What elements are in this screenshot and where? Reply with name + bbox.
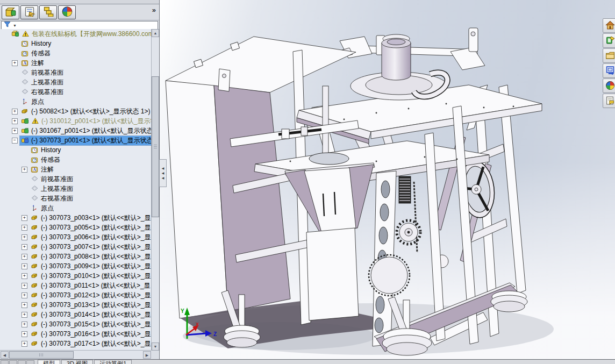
tree-row[interactable]: +(-) 307073_p014<1> (默认<<默认>_显 bbox=[0, 310, 152, 319]
tree-row[interactable]: 上视基准面 bbox=[0, 184, 152, 194]
taskpane-tab-view-palette[interactable] bbox=[603, 63, 615, 78]
document-tabs: 模型3D 视图运动算例1 bbox=[38, 360, 133, 364]
bottom-square-2[interactable] bbox=[9, 360, 17, 364]
panel-tab-configurationmanager[interactable] bbox=[39, 5, 57, 19]
taskpane-tab-appearances[interactable] bbox=[603, 78, 615, 93]
expand-icon[interactable]: + bbox=[22, 273, 27, 279]
tree-row[interactable]: +(-) 307073_p016<1> (默认<<默认>_显 bbox=[0, 329, 152, 339]
tree-item-label: (-) 307073_p012<1> (默认<<默认>_显 bbox=[41, 290, 151, 300]
expand-icon[interactable]: + bbox=[22, 292, 27, 298]
tree-vertical-scrollbar[interactable]: ▲ ▼ bbox=[151, 29, 159, 351]
tree-row[interactable]: +(-) 307073_p011<1> (默认<<默认>_显 bbox=[0, 281, 152, 290]
expand-icon[interactable]: + bbox=[22, 234, 27, 240]
panel-collapse-splitter[interactable]: ◀◀◀ bbox=[159, 159, 167, 187]
tree-row[interactable]: 包装在线贴标机【开拔网www.386600.com】 bbox=[0, 29, 152, 39]
scroll-up-arrow[interactable]: ▲ bbox=[152, 29, 159, 37]
tree-row[interactable]: 传感器 bbox=[0, 155, 152, 165]
tree-item-label: 原点 bbox=[41, 203, 54, 213]
graphics-area[interactable]: Y Z X bbox=[160, 0, 615, 359]
expand-icon[interactable]: + bbox=[22, 225, 27, 231]
expand-icon[interactable]: + bbox=[22, 331, 27, 337]
taskpane-tab-home[interactable] bbox=[603, 18, 615, 33]
expand-icon[interactable]: + bbox=[22, 312, 27, 318]
panel-tab-displaymanager[interactable] bbox=[58, 5, 76, 19]
document-tab[interactable]: 3D 视图 bbox=[61, 360, 93, 364]
tree-item-label: (-) 307073_p014<1> (默认<<默认>_显 bbox=[41, 310, 151, 319]
expand-icon[interactable]: + bbox=[22, 322, 27, 327]
tree-row[interactable]: History bbox=[0, 145, 152, 155]
expand-icon[interactable]: + bbox=[12, 128, 18, 134]
tree-row[interactable]: +(-) 50082<1> (默认<<默认>_显示状态 1>) bbox=[0, 106, 152, 116]
tree-item-label: (-) 301067_p001<1> (默认<默认_显示状态- bbox=[31, 126, 152, 135]
panel-overflow-button[interactable]: » bbox=[152, 6, 156, 14]
expand-icon[interactable]: + bbox=[12, 118, 18, 124]
taskpane-tab-file-explorer[interactable] bbox=[603, 48, 615, 63]
tree-item-label: (-) 307073_p009<1> (默认<<默认>_显 bbox=[41, 261, 151, 271]
tree-row[interactable]: +(-) 307073_p005<1> (默认<<默认>_显 bbox=[0, 223, 152, 232]
tree-row[interactable]: +(-) 307073_p009<1> (默认<<默认>_显 bbox=[0, 261, 152, 271]
scroll-right-arrow[interactable]: ▶ bbox=[143, 351, 151, 359]
tree-row[interactable]: +(-) 307073_p017<1> (默认<<默认>_显 bbox=[0, 339, 152, 348]
bottom-square-3[interactable] bbox=[18, 360, 26, 364]
tree-row[interactable]: +(-) 310012_p001<1> (默认<默认_显示状 bbox=[0, 116, 152, 126]
expand-icon[interactable]: + bbox=[12, 60, 18, 66]
sensor-icon bbox=[21, 49, 30, 57]
expand-icon[interactable]: + bbox=[12, 109, 18, 115]
vertical-scroll-thumb[interactable] bbox=[152, 76, 159, 217]
tree-row[interactable]: 原点 bbox=[0, 97, 152, 106]
tree-row[interactable]: +(-) 307073_p008<1> (默认<<默认>_显 bbox=[0, 252, 152, 261]
assembly-icon-yg bbox=[11, 30, 20, 38]
tree-row[interactable]: +(-) 307073_p015<1> (默认<<默认>_显 bbox=[0, 319, 152, 329]
bottom-square-4[interactable] bbox=[26, 360, 34, 364]
tree-row[interactable]: +(-) 301067_p001<1> (默认<默认_显示状态- bbox=[0, 126, 152, 135]
tree-row[interactable]: −(-) 307073_p001<1> (默认<默认_显示状态- bbox=[0, 135, 152, 145]
expand-icon[interactable]: + bbox=[22, 302, 27, 308]
design-library-icon bbox=[605, 35, 615, 46]
expand-icon[interactable]: + bbox=[22, 244, 27, 250]
tree-row[interactable]: 右视基准面 bbox=[0, 87, 152, 97]
solidworks-window: Y Z X » ▼ 包装在线贴标机【开拔网www.386600.com】Hist… bbox=[0, 0, 615, 364]
panel-tab-featuremanager[interactable] bbox=[2, 5, 19, 19]
tree-row[interactable]: 前视基准面 bbox=[0, 174, 152, 184]
tree-row[interactable]: History bbox=[0, 39, 152, 48]
taskpane-tab-custom-properties[interactable] bbox=[603, 94, 615, 108]
cad-model-3d[interactable]: Y Z X bbox=[160, 0, 615, 359]
expand-icon[interactable]: + bbox=[22, 283, 27, 289]
tree-row[interactable]: +(-) 307073_p010<1> (默认<<默认>_显 bbox=[0, 271, 152, 281]
tree-item-label: (-) 307073_p007<1> (默认<<默认>_显 bbox=[41, 242, 151, 252]
panel-tab-propertymanager[interactable] bbox=[20, 5, 38, 19]
document-tab[interactable]: 运动算例1 bbox=[94, 360, 132, 364]
tree-item-label: 前视基准面 bbox=[31, 68, 63, 77]
tree-row[interactable]: +(-) 307073_p003<1> (默认<<默认>_显 bbox=[0, 213, 152, 223]
tree-row[interactable]: 原点 bbox=[0, 203, 152, 213]
tree-row[interactable]: +(-) 307073_p013<1> (默认<<默认>_显 bbox=[0, 300, 152, 310]
tree-row[interactable]: +(-) 307073_p012<1> (默认<<默认>_显 bbox=[0, 290, 152, 300]
featuremanager-icon bbox=[5, 6, 17, 18]
tree-row[interactable]: 上视基准面 bbox=[0, 77, 152, 87]
collapse-icon[interactable]: − bbox=[12, 138, 18, 144]
expand-icon[interactable]: + bbox=[22, 254, 27, 260]
bottom-square-1[interactable] bbox=[1, 360, 9, 364]
tree-row[interactable]: 右视基准面 bbox=[0, 194, 152, 203]
taskpane-tab-design-library[interactable] bbox=[603, 33, 615, 48]
expand-icon[interactable]: + bbox=[22, 341, 27, 347]
filter-caret-icon[interactable]: ▼ bbox=[13, 24, 17, 27]
lower-plate[interactable] bbox=[306, 228, 359, 320]
tree-horizontal-scrollbar[interactable]: ◀ ▶ bbox=[0, 350, 152, 359]
tree-row[interactable]: +A注解 bbox=[0, 58, 152, 68]
tree-item-label: 传感器 bbox=[41, 155, 60, 165]
document-tab[interactable]: 模型 bbox=[38, 360, 60, 364]
expand-icon[interactable]: + bbox=[22, 215, 27, 221]
expand-icon[interactable]: + bbox=[22, 263, 27, 269]
scroll-left-arrow[interactable]: ◀ bbox=[1, 351, 9, 359]
tree-row[interactable]: +A注解 bbox=[0, 165, 152, 174]
tree-row[interactable]: 传感器 bbox=[0, 48, 152, 58]
scrollbar-corner bbox=[152, 351, 159, 359]
part-icon bbox=[31, 253, 39, 260]
tree-row[interactable]: +(-) 307073_p007<1> (默认<<默认>_显 bbox=[0, 242, 152, 252]
horizontal-scroll-thumb[interactable] bbox=[9, 351, 74, 359]
expand-icon[interactable]: + bbox=[22, 167, 27, 173]
tree-row[interactable]: +(-) 307073_p006<1> (默认<<默认>_显 bbox=[0, 232, 152, 242]
tree-row[interactable]: 前视基准面 bbox=[0, 68, 152, 77]
scroll-down-arrow[interactable]: ▼ bbox=[152, 342, 159, 351]
